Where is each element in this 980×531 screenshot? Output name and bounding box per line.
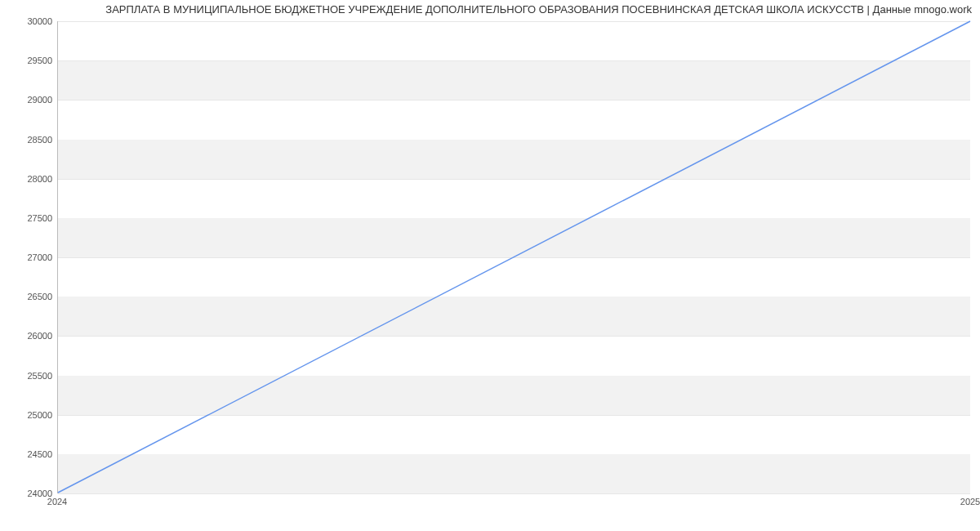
y-tick-label: 25500 (7, 371, 52, 381)
y-tick-label: 28500 (7, 135, 52, 145)
y-tick-label: 26500 (7, 292, 52, 301)
series-line (58, 21, 970, 493)
y-tick-label: 27500 (7, 213, 52, 223)
y-tick-label: 24500 (7, 449, 52, 459)
chart-title: ЗАРПЛАТА В МУНИЦИПАЛЬНОЕ БЮДЖЕТНОЕ УЧРЕЖ… (8, 3, 972, 16)
y-tick-label: 26000 (7, 331, 52, 341)
x-tick-label: 2024 (47, 497, 67, 506)
y-tick-label: 28000 (7, 174, 52, 184)
x-tick-label: 2025 (960, 497, 980, 506)
y-tick-label: 27000 (7, 252, 52, 262)
salary-line-chart: ЗАРПЛАТА В МУНИЦИПАЛЬНОЕ БЮДЖЕТНОЕ УЧРЕЖ… (0, 0, 980, 531)
y-tick-label: 30000 (7, 16, 52, 26)
gridline (58, 493, 970, 494)
y-tick-label: 29000 (7, 95, 52, 105)
plot-area (57, 21, 970, 493)
y-tick-label: 25000 (7, 410, 52, 420)
line-series-layer (58, 21, 970, 493)
y-tick-label: 24000 (7, 489, 52, 498)
y-tick-label: 29500 (7, 56, 52, 65)
